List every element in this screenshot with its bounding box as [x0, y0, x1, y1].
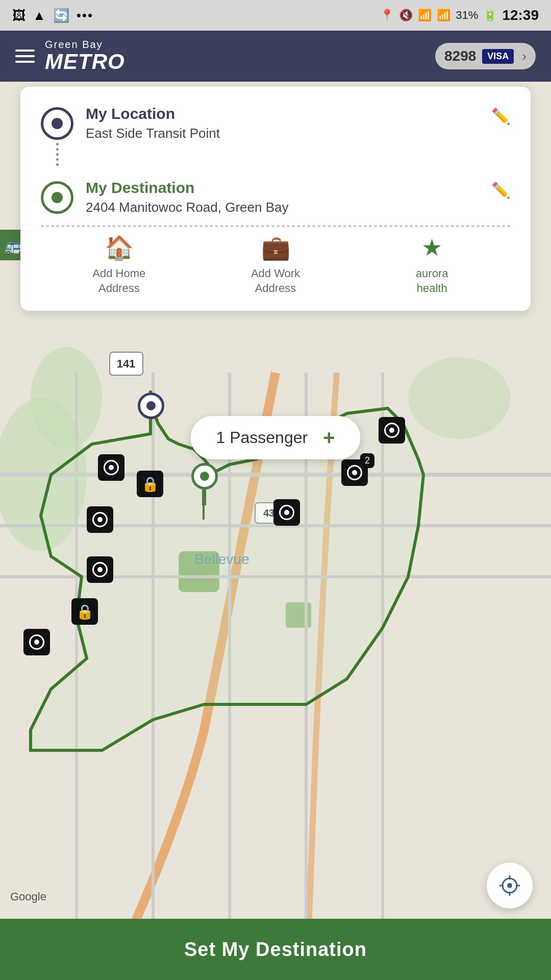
my-destination-label: My Destination — [86, 179, 479, 197]
quick-nav-aurora-label: aurorahealth — [416, 266, 448, 296]
my-location-address: East Side Transit Point — [86, 126, 479, 141]
chevron-right-icon: › — [522, 48, 527, 64]
status-time: 12:39 — [502, 7, 539, 23]
map-marker-stop-6[interactable] — [87, 556, 113, 583]
gps-locate-button[interactable] — [487, 863, 533, 909]
route-dots — [56, 143, 59, 166]
quick-nav: 🏠 Add HomeAddress 💼 Add WorkAddress ★ au… — [41, 234, 510, 296]
destination-pin-line — [203, 489, 205, 520]
hamburger-menu-button[interactable] — [15, 50, 35, 63]
passenger-count: 1 Passenger — [216, 428, 308, 447]
set-destination-button[interactable]: Set My Destination — [0, 919, 551, 980]
app-header: Green Bay METRO 8298 VISA › — [0, 31, 551, 82]
set-destination-label: Set My Destination — [184, 939, 367, 961]
location-icon-col — [41, 105, 73, 169]
battery-pct: 31% — [456, 9, 478, 22]
my-destination-icon — [41, 181, 73, 214]
map-marker-stop-5[interactable] — [87, 506, 113, 533]
header-left: Green Bay METRO — [15, 39, 125, 74]
briefcase-icon: 💼 — [261, 234, 290, 261]
my-location-icon — [41, 107, 73, 140]
passenger-pill: 1 Passenger + — [190, 416, 360, 459]
map-marker-stop-7[interactable] — [23, 629, 50, 655]
visa-badge: VISA — [482, 49, 514, 64]
header-right[interactable]: 8298 VISA › — [435, 43, 536, 69]
edit-destination-button[interactable]: ✏️ — [491, 179, 510, 199]
svg-point-5 — [408, 357, 510, 439]
svg-point-2 — [31, 347, 102, 449]
photo-icon: 🖼 — [12, 8, 26, 23]
battery-icon: 🔋 — [483, 9, 497, 22]
edit-location-button[interactable]: ✏️ — [491, 105, 510, 125]
my-location-label: My Location — [86, 105, 479, 122]
my-destination-address: 2404 Manitowoc Road, Green Bay — [86, 200, 479, 215]
add-passenger-button[interactable]: + — [323, 426, 335, 449]
sync-icon: 🔄 — [53, 8, 69, 23]
brand-green-bay: Green Bay — [45, 39, 125, 50]
my-destination-text: My Destination 2404 Manitowoc Road, Gree… — [86, 179, 479, 215]
destination-icon-col — [41, 179, 73, 214]
payment-badge[interactable]: 8298 VISA › — [435, 43, 536, 69]
my-destination-row: My Destination 2404 Manitowoc Road, Gree… — [41, 179, 510, 215]
map-marker-lock-2[interactable]: 🔒 — [71, 598, 98, 625]
mute-icon: 🔇 — [399, 9, 413, 22]
current-location-pin — [138, 393, 164, 419]
map-marker-lock-1[interactable]: 🔒 — [137, 471, 163, 497]
svg-text:141: 141 — [117, 357, 136, 370]
destination-pin — [191, 463, 218, 489]
my-location-text: My Location East Side Transit Point — [86, 105, 479, 141]
signal-icon: 📶 — [437, 9, 450, 22]
status-icons-right: 📍 🔇 📶 📶 31% 🔋 12:39 — [380, 7, 539, 23]
brand-metro: METRO — [45, 50, 125, 74]
quick-nav-work-label: Add WorkAddress — [251, 266, 300, 296]
app-brand: Green Bay METRO — [45, 39, 125, 74]
status-bar: 🖼 ▲ 🔄 ••• 📍 🔇 📶 📶 31% 🔋 12:39 — [0, 0, 551, 31]
location-icon: 📍 — [380, 9, 394, 22]
map-marker-stop-4[interactable] — [273, 499, 300, 526]
status-icons-left: 🖼 ▲ 🔄 ••• — [12, 8, 93, 23]
drive-icon: ▲ — [33, 8, 46, 23]
home-icon: 🏠 — [105, 234, 134, 261]
marker-badge-2: 2 — [360, 453, 374, 468]
map-marker-stop-3[interactable] — [379, 417, 405, 444]
quick-nav-work[interactable]: 💼 Add WorkAddress — [197, 234, 354, 296]
payment-number: 8298 — [444, 48, 476, 64]
quick-nav-aurora[interactable]: ★ aurorahealth — [354, 234, 510, 296]
svg-point-12 — [507, 883, 512, 888]
wifi-icon: 📶 — [418, 9, 432, 22]
map-marker-stop-1[interactable] — [98, 454, 124, 481]
quick-nav-home[interactable]: 🏠 Add HomeAddress — [41, 234, 197, 296]
google-watermark: Google — [10, 890, 46, 903]
quick-nav-home-label: Add HomeAddress — [92, 266, 145, 296]
card-divider — [41, 226, 510, 227]
star-icon: ★ — [421, 234, 442, 261]
more-icon: ••• — [77, 8, 93, 23]
gps-icon — [498, 874, 521, 897]
location-card: My Location East Side Transit Point ✏️ M… — [20, 87, 531, 311]
my-location-row: My Location East Side Transit Point ✏️ — [41, 105, 510, 169]
